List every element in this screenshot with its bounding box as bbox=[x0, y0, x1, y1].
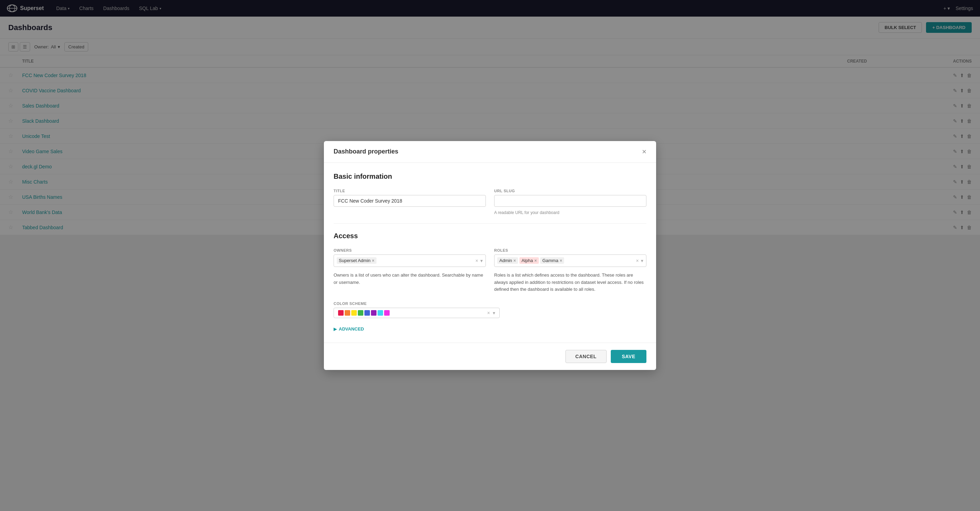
modal-header: Dashboard properties × bbox=[324, 141, 656, 163]
basic-info-row: TITLE URL SLUG A readable URL for your d… bbox=[334, 189, 646, 215]
dashboard-properties-modal: Dashboard properties × Basic information… bbox=[324, 141, 656, 235]
basic-info-title: Basic information bbox=[334, 173, 646, 181]
modal-body: Basic information TITLE URL SLUG A reada… bbox=[324, 163, 656, 235]
modal-title: Dashboard properties bbox=[334, 148, 398, 155]
access-title: Access bbox=[334, 232, 646, 235]
section-divider bbox=[334, 223, 646, 224]
modal-overlay: Dashboard properties × Basic information… bbox=[0, 0, 980, 235]
modal-close-button[interactable]: × bbox=[642, 148, 646, 156]
title-label: TITLE bbox=[334, 189, 486, 193]
title-group: TITLE bbox=[334, 189, 486, 215]
url-slug-group: URL SLUG A readable URL for your dashboa… bbox=[494, 189, 646, 215]
url-slug-hint: A readable URL for your dashboard bbox=[494, 210, 646, 215]
url-slug-label: URL SLUG bbox=[494, 189, 646, 193]
title-input[interactable] bbox=[334, 195, 486, 207]
url-slug-input[interactable] bbox=[494, 195, 646, 207]
